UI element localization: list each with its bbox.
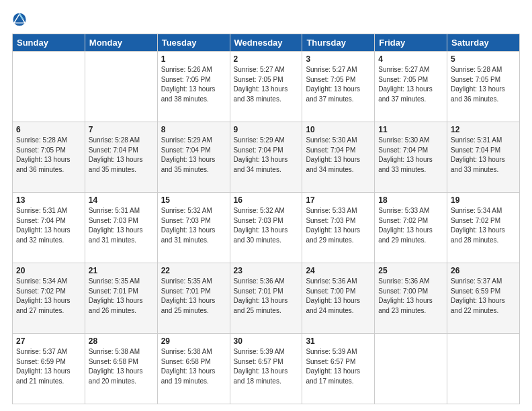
day-cell: 18Sunrise: 5:33 AM Sunset: 7:02 PM Dayli… bbox=[375, 193, 447, 263]
day-number: 15 bbox=[161, 195, 226, 205]
day-info: Sunrise: 5:37 AM Sunset: 6:59 PM Dayligh… bbox=[451, 277, 516, 316]
day-number: 30 bbox=[234, 336, 299, 346]
day-cell: 24Sunrise: 5:36 AM Sunset: 7:00 PM Dayli… bbox=[302, 263, 375, 334]
day-cell: 12Sunrise: 5:31 AM Sunset: 7:04 PM Dayli… bbox=[447, 122, 520, 193]
day-number: 4 bbox=[378, 54, 443, 64]
day-info: Sunrise: 5:38 AM Sunset: 6:58 PM Dayligh… bbox=[161, 347, 226, 386]
day-cell: 13Sunrise: 5:31 AM Sunset: 7:04 PM Dayli… bbox=[13, 193, 85, 263]
day-info: Sunrise: 5:39 AM Sunset: 6:57 PM Dayligh… bbox=[306, 347, 371, 386]
day-info: Sunrise: 5:31 AM Sunset: 7:03 PM Dayligh… bbox=[89, 206, 154, 245]
day-info: Sunrise: 5:32 AM Sunset: 7:03 PM Dayligh… bbox=[234, 206, 299, 245]
day-number: 14 bbox=[89, 195, 154, 205]
day-number: 1 bbox=[161, 54, 226, 64]
day-info: Sunrise: 5:34 AM Sunset: 7:02 PM Dayligh… bbox=[451, 206, 516, 245]
day-number: 26 bbox=[451, 266, 516, 275]
day-cell: 14Sunrise: 5:31 AM Sunset: 7:03 PM Dayli… bbox=[85, 193, 157, 263]
week-row-3: 13Sunrise: 5:31 AM Sunset: 7:04 PM Dayli… bbox=[13, 193, 520, 263]
header-cell-friday: Friday bbox=[375, 34, 447, 52]
day-cell: 19Sunrise: 5:34 AM Sunset: 7:02 PM Dayli… bbox=[447, 193, 520, 263]
day-cell bbox=[13, 52, 85, 122]
day-number: 7 bbox=[89, 125, 154, 134]
day-info: Sunrise: 5:33 AM Sunset: 7:03 PM Dayligh… bbox=[306, 206, 371, 245]
day-info: Sunrise: 5:36 AM Sunset: 7:00 PM Dayligh… bbox=[378, 277, 443, 316]
day-number: 17 bbox=[306, 195, 371, 205]
header-cell-tuesday: Tuesday bbox=[157, 34, 230, 52]
day-cell bbox=[85, 52, 157, 122]
day-number: 8 bbox=[161, 125, 226, 134]
day-number: 29 bbox=[161, 336, 226, 346]
day-number: 21 bbox=[89, 266, 154, 275]
day-info: Sunrise: 5:35 AM Sunset: 7:01 PM Dayligh… bbox=[161, 277, 226, 316]
day-info: Sunrise: 5:34 AM Sunset: 7:02 PM Dayligh… bbox=[16, 277, 81, 316]
day-info: Sunrise: 5:29 AM Sunset: 7:04 PM Dayligh… bbox=[234, 136, 299, 175]
header-row: SundayMondayTuesdayWednesdayThursdayFrid… bbox=[13, 34, 520, 52]
day-number: 19 bbox=[451, 195, 516, 205]
day-cell: 21Sunrise: 5:35 AM Sunset: 7:01 PM Dayli… bbox=[85, 263, 157, 334]
day-cell: 15Sunrise: 5:32 AM Sunset: 7:03 PM Dayli… bbox=[157, 193, 230, 263]
day-cell: 11Sunrise: 5:30 AM Sunset: 7:04 PM Dayli… bbox=[375, 122, 447, 193]
week-row-4: 20Sunrise: 5:34 AM Sunset: 7:02 PM Dayli… bbox=[13, 263, 520, 334]
day-cell: 29Sunrise: 5:38 AM Sunset: 6:58 PM Dayli… bbox=[157, 334, 230, 404]
day-number: 27 bbox=[16, 336, 81, 346]
day-cell: 1Sunrise: 5:26 AM Sunset: 7:05 PM Daylig… bbox=[157, 52, 230, 122]
day-cell: 6Sunrise: 5:28 AM Sunset: 7:05 PM Daylig… bbox=[13, 122, 85, 193]
header-cell-wednesday: Wednesday bbox=[230, 34, 302, 52]
day-info: Sunrise: 5:27 AM Sunset: 7:05 PM Dayligh… bbox=[234, 65, 299, 104]
day-info: Sunrise: 5:28 AM Sunset: 7:04 PM Dayligh… bbox=[89, 136, 154, 175]
day-cell: 7Sunrise: 5:28 AM Sunset: 7:04 PM Daylig… bbox=[85, 122, 157, 193]
day-cell: 8Sunrise: 5:29 AM Sunset: 7:04 PM Daylig… bbox=[157, 122, 230, 193]
day-number: 12 bbox=[451, 125, 516, 134]
day-cell: 2Sunrise: 5:27 AM Sunset: 7:05 PM Daylig… bbox=[230, 52, 302, 122]
day-info: Sunrise: 5:30 AM Sunset: 7:04 PM Dayligh… bbox=[306, 136, 371, 175]
day-cell: 16Sunrise: 5:32 AM Sunset: 7:03 PM Dayli… bbox=[230, 193, 302, 263]
day-cell: 3Sunrise: 5:27 AM Sunset: 7:05 PM Daylig… bbox=[302, 52, 375, 122]
day-cell: 31Sunrise: 5:39 AM Sunset: 6:57 PM Dayli… bbox=[302, 334, 375, 404]
page: SundayMondayTuesdayWednesdayThursdayFrid… bbox=[0, 0, 532, 411]
day-cell bbox=[375, 334, 447, 404]
header-cell-saturday: Saturday bbox=[447, 34, 520, 52]
header-cell-sunday: Sunday bbox=[13, 34, 85, 52]
day-info: Sunrise: 5:27 AM Sunset: 7:05 PM Dayligh… bbox=[306, 65, 371, 104]
day-number: 5 bbox=[451, 54, 516, 64]
day-number: 13 bbox=[16, 195, 81, 205]
day-number: 25 bbox=[378, 266, 443, 275]
day-number: 23 bbox=[234, 266, 299, 275]
header-cell-monday: Monday bbox=[85, 34, 157, 52]
day-info: Sunrise: 5:37 AM Sunset: 6:59 PM Dayligh… bbox=[16, 347, 81, 386]
calendar: SundayMondayTuesdayWednesdayThursdayFrid… bbox=[12, 34, 520, 404]
day-info: Sunrise: 5:35 AM Sunset: 7:01 PM Dayligh… bbox=[89, 277, 154, 316]
day-info: Sunrise: 5:33 AM Sunset: 7:02 PM Dayligh… bbox=[378, 206, 443, 245]
day-cell: 17Sunrise: 5:33 AM Sunset: 7:03 PM Dayli… bbox=[302, 193, 375, 263]
day-info: Sunrise: 5:28 AM Sunset: 7:05 PM Dayligh… bbox=[16, 136, 81, 175]
day-info: Sunrise: 5:31 AM Sunset: 7:04 PM Dayligh… bbox=[451, 136, 516, 175]
day-number: 18 bbox=[378, 195, 443, 205]
day-cell: 20Sunrise: 5:34 AM Sunset: 7:02 PM Dayli… bbox=[13, 263, 85, 334]
header bbox=[12, 12, 520, 27]
day-cell: 4Sunrise: 5:27 AM Sunset: 7:05 PM Daylig… bbox=[375, 52, 447, 122]
day-info: Sunrise: 5:30 AM Sunset: 7:04 PM Dayligh… bbox=[378, 136, 443, 175]
day-info: Sunrise: 5:39 AM Sunset: 6:57 PM Dayligh… bbox=[234, 347, 299, 386]
day-cell: 28Sunrise: 5:38 AM Sunset: 6:58 PM Dayli… bbox=[85, 334, 157, 404]
day-info: Sunrise: 5:26 AM Sunset: 7:05 PM Dayligh… bbox=[161, 65, 226, 104]
day-number: 20 bbox=[16, 266, 81, 275]
day-number: 22 bbox=[161, 266, 226, 275]
day-info: Sunrise: 5:31 AM Sunset: 7:04 PM Dayligh… bbox=[16, 206, 81, 245]
day-cell: 27Sunrise: 5:37 AM Sunset: 6:59 PM Dayli… bbox=[13, 334, 85, 404]
day-info: Sunrise: 5:36 AM Sunset: 7:00 PM Dayligh… bbox=[306, 277, 371, 316]
day-cell: 22Sunrise: 5:35 AM Sunset: 7:01 PM Dayli… bbox=[157, 263, 230, 334]
day-number: 16 bbox=[234, 195, 299, 205]
day-number: 6 bbox=[16, 125, 81, 134]
day-number: 9 bbox=[234, 125, 299, 134]
day-info: Sunrise: 5:27 AM Sunset: 7:05 PM Dayligh… bbox=[378, 65, 443, 104]
week-row-1: 1Sunrise: 5:26 AM Sunset: 7:05 PM Daylig… bbox=[13, 52, 520, 122]
day-cell: 25Sunrise: 5:36 AM Sunset: 7:00 PM Dayli… bbox=[375, 263, 447, 334]
week-row-2: 6Sunrise: 5:28 AM Sunset: 7:05 PM Daylig… bbox=[13, 122, 520, 193]
logo-icon bbox=[12, 12, 27, 27]
day-info: Sunrise: 5:28 AM Sunset: 7:05 PM Dayligh… bbox=[451, 65, 516, 104]
day-cell: 30Sunrise: 5:39 AM Sunset: 6:57 PM Dayli… bbox=[230, 334, 302, 404]
day-number: 24 bbox=[306, 266, 371, 275]
day-cell: 23Sunrise: 5:36 AM Sunset: 7:01 PM Dayli… bbox=[230, 263, 302, 334]
day-info: Sunrise: 5:29 AM Sunset: 7:04 PM Dayligh… bbox=[161, 136, 226, 175]
day-number: 3 bbox=[306, 54, 371, 64]
logo bbox=[12, 12, 30, 27]
